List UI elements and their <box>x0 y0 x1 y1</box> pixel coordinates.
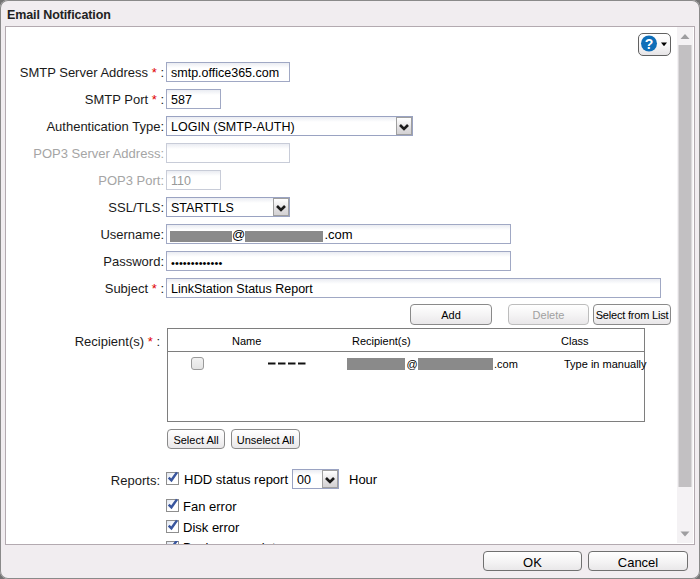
svg-text:?: ? <box>645 36 654 52</box>
